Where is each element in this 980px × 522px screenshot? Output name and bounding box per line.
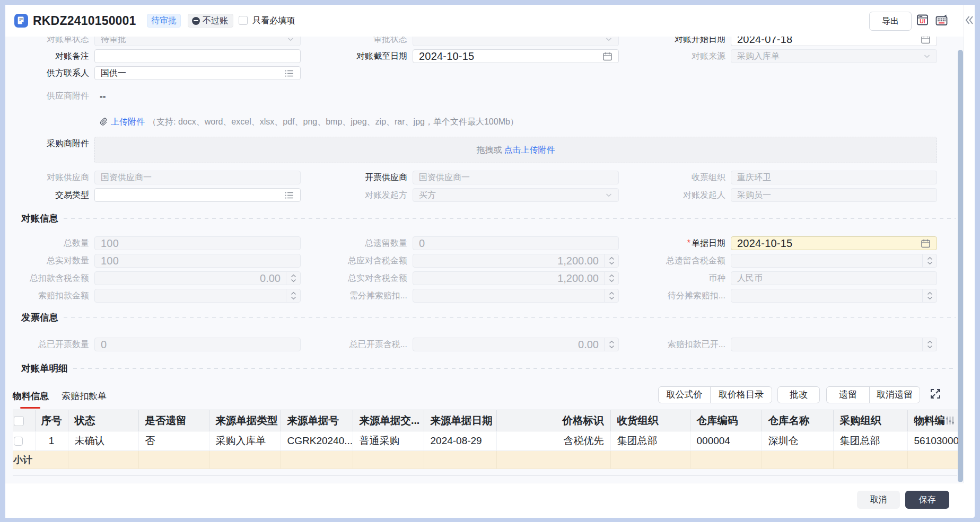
price-catalog-button[interactable]: 取价格目录 [710,387,772,403]
claim-invoiced-input[interactable] [731,338,937,351]
col-source-date[interactable]: 来源单据日期 [424,410,496,431]
number-spinner[interactable] [922,338,937,351]
initiator-input[interactable]: 采购员一 [731,188,937,202]
number-spinner[interactable] [604,338,618,351]
table-header-row: 序号 状态 是否遗留 来源单据类型 来源单据号 来源单据交... 来源单据日期 … [13,410,962,431]
paperclip-icon [99,117,108,127]
invoiced-qty-input[interactable]: 0 [94,338,301,351]
fullscreen-expand-icon[interactable] [930,388,943,401]
col-source-no[interactable]: 来源单据号 [281,410,353,431]
col-status[interactable]: 状态 [68,410,138,431]
upload-hint-text: （支持: docx、word、excel、xlsx、pdf、png、bmp、jp… [148,117,519,128]
doc-date-input[interactable]: 2024-10-15 [731,236,937,250]
total-qty-input[interactable]: 100 [94,236,301,250]
col-purchase-org[interactable]: 采购组织 [833,410,907,431]
list-select-icon [284,68,294,78]
select-all-checkbox[interactable] [14,416,24,426]
invoice-supplier-input[interactable]: 国资供应商一 [413,171,619,184]
number-spinner[interactable] [604,289,618,302]
chevron-down-icon [605,37,612,43]
field-label-initiator: 对账发起人 [626,188,725,202]
right-rail [964,5,975,483]
field-label-doc-date: *单据日期 [626,236,725,250]
col-price-flag[interactable]: 价格标识 [496,410,610,431]
col-source-type[interactable]: 来源单据类型 [209,410,281,431]
number-spinner[interactable] [922,254,937,267]
col-warehouse-code[interactable]: 仓库编码 [690,410,762,431]
main-area: RKDZ2410150001 待审批 不过账 只看必填项 导出 UI 对账单状态 [5,5,964,518]
number-spinner[interactable] [286,289,300,302]
export-button[interactable]: 导出 [869,12,912,31]
calendar-icon [921,37,931,45]
total-due-amt-input[interactable]: 1,200.00 [413,254,619,268]
section-title: 对账信息 [21,212,58,225]
supplier-contact-input[interactable]: 国供一 [94,66,301,80]
vertical-scrollbar[interactable] [958,50,963,482]
leave-button[interactable]: 遗留 [827,387,869,403]
toolbar-group-batch: 批改 [777,386,820,403]
source-select[interactable]: 采购入库单 [731,49,937,63]
claim-amt-input[interactable] [94,289,301,303]
total-actual-qty-input[interactable]: 100 [94,254,301,268]
total-left-amt-input[interactable] [731,254,937,268]
field-label-total-due-amt: 总应对含税金额 [318,254,407,268]
recon-supplier-input[interactable]: 国资供应商一 [94,171,301,184]
batch-edit-button[interactable]: 批改 [778,387,819,403]
ui-settings-icon[interactable]: UI [916,14,929,26]
number-spinner[interactable] [604,254,618,267]
tab-claim-deduction[interactable]: 索赔扣款单 [62,390,107,403]
upload-attachment-link[interactable]: 上传附件 [111,117,145,128]
field-label-currency: 币种 [626,271,725,285]
trade-type-input[interactable] [94,188,301,202]
chevron-down-icon [923,52,931,60]
section-detail: 对账单明细 [21,362,956,374]
initiator-side-select[interactable]: 买方 [413,188,619,202]
col-receive-org[interactable]: 收货组织 [610,410,690,431]
currency-input[interactable]: 人民币 [731,271,937,285]
col-material-code[interactable]: 物料编 [907,410,962,431]
cancel-button[interactable]: 取消 [857,491,900,509]
col-seq[interactable]: 序号 [35,410,68,431]
number-spinner[interactable] [286,272,300,285]
required-only-checkbox[interactable] [239,16,248,25]
end-date-input[interactable]: 2024-10-15 [413,49,619,63]
bill-status-select[interactable]: 待审批 [94,37,301,46]
field-label-claim-invoiced: 索赔扣款已开... [626,338,725,351]
subtotal-label: 小计 [13,451,68,469]
field-label-receipt-org: 收票组织 [626,171,725,184]
footer-bar: 取消 保存 [5,483,964,518]
claim-share-input[interactable] [413,289,619,303]
form-scroll-area[interactable]: 对账单状态 待审批 审批状态 对账开始日期 2024-07-18 对账备注 [5,37,964,483]
row-checkbox[interactable] [14,437,23,446]
field-label-bill-status: 对账单状态 [15,37,89,46]
total-left-qty-input[interactable]: 0 [413,236,619,250]
field-label-total-left-amt: 总遗留含税金额 [626,254,725,268]
col-leave[interactable]: 是否遗留 [138,410,209,431]
collapse-double-chevron-icon[interactable] [964,15,974,25]
subtotal-row: 小计 [13,451,962,469]
number-spinner[interactable] [604,272,618,285]
tab-material-info[interactable]: 物料信息 [13,390,49,403]
claim-unshared-input[interactable] [731,289,937,303]
cancel-leave-button[interactable]: 取消遗留 [869,387,920,403]
number-spinner[interactable] [922,289,937,302]
approval-status-select[interactable] [413,37,619,46]
receipt-org-input[interactable]: 重庆环卫 [731,171,937,184]
dropzone-upload-link[interactable]: 点击上传附件 [504,145,555,156]
table-row[interactable]: 1 未确认 否 采购入库单 CGRK20240... 普通采购 2024-08-… [13,431,962,451]
formula-price-button[interactable]: 取公式价 [659,387,710,403]
keyboard-shortcut-icon[interactable] [935,14,948,26]
field-label-start-date: 对账开始日期 [626,37,725,46]
total-deduct-amt-input[interactable]: 0.00 [94,271,301,285]
remark-input[interactable] [94,49,301,63]
total-actual-amt-input[interactable]: 1,200.00 [413,271,619,285]
col-source-trade[interactable]: 来源单据交... [353,410,424,431]
field-label-total-actual-amt: 总实对含税金额 [318,271,407,285]
table-bottom-border [13,475,957,476]
invoiced-amt-input[interactable]: 0.00 [413,338,619,351]
col-warehouse-name[interactable]: 仓库名称 [762,410,833,431]
save-button[interactable]: 保存 [905,491,949,509]
start-date-input[interactable]: 2024-07-18 [731,37,937,46]
attachment-dropzone[interactable]: 拖拽或 点击上传附件 [94,137,937,163]
status-badge: 待审批 [147,14,181,28]
